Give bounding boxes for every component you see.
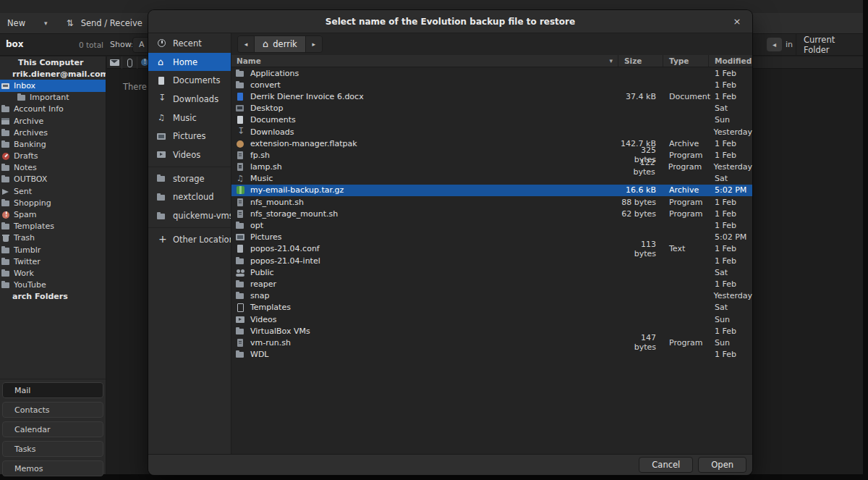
note-icon <box>157 113 166 122</box>
file-row[interactable]: extension-manager.flatpak 142.7 kB Archi… <box>231 138 752 149</box>
clear-search-icon[interactable]: ◂ <box>767 38 782 51</box>
view-switcher: Mail Contacts Calendar Tasks Memos <box>0 379 106 480</box>
send-receive-button[interactable]: ⇅ Send / Receive ▾ <box>67 18 156 28</box>
place-item[interactable]: nextcloud <box>148 188 231 207</box>
file-row[interactable]: WDL 1 Feb <box>231 349 752 361</box>
place-item[interactable]: Home <box>148 53 231 72</box>
mail-folder-row[interactable]: This Computer <box>0 56 106 68</box>
mail-folder-row[interactable]: Sent <box>0 185 106 197</box>
file-row[interactable]: my-email-backup.tar.gz 16.6 kB Archive 5… <box>231 185 752 196</box>
mail-folder-row[interactable]: Notes <box>0 162 106 174</box>
file-modified: 1 Feb <box>709 209 752 219</box>
note-icon <box>236 174 245 183</box>
dialog-titlebar[interactable]: Select name of the Evolution backup file… <box>148 10 752 33</box>
file-row[interactable]: lamp.sh 122 bytes Program Yesterday <box>231 161 752 173</box>
mail-folder-row[interactable]: Archive <box>0 115 106 127</box>
mail-folder-row[interactable]: arch Folders <box>0 291 106 303</box>
switcher-button[interactable]: Mail <box>2 382 103 398</box>
file-row[interactable]: popos-21.04-intel 1 Feb <box>231 255 752 266</box>
mail-folder-row[interactable]: Shopping <box>0 197 106 209</box>
file-row[interactable]: Applications 1 Feb <box>231 67 752 79</box>
place-item[interactable]: Recent <box>148 34 231 53</box>
place-item[interactable]: quickemu-vms <box>148 206 231 225</box>
file-row[interactable]: Music Sat <box>231 173 752 185</box>
mail-folder-row[interactable]: Templates <box>0 221 106 232</box>
mail-folder-row[interactable]: Important <box>0 92 106 104</box>
mail-folder-row[interactable]: rrik.diener@mail.com <box>0 68 106 80</box>
mail-folder-label: arch Folders <box>12 292 68 301</box>
mail-folder-row[interactable]: OUTBOX <box>0 174 106 185</box>
file-row[interactable]: Templates Sat <box>231 302 752 313</box>
mail-folder-row[interactable]: YouTube <box>0 279 106 291</box>
mail-folder-row[interactable]: Trash <box>0 232 106 244</box>
mail-folder-label: Banking <box>14 140 46 149</box>
file-row[interactable]: Documents Sun <box>231 114 752 126</box>
place-item[interactable]: storage <box>148 169 231 188</box>
sidebar-separator <box>148 167 231 167</box>
file-row[interactable]: snap Yesterday <box>231 290 752 302</box>
modified-column-header[interactable]: Modified <box>709 55 752 67</box>
home-icon: ⌂ <box>263 40 268 49</box>
file-row[interactable]: convert 1 Feb <box>231 79 752 90</box>
back-button[interactable]: ◂ <box>238 36 254 52</box>
forward-button[interactable]: ▸ <box>306 36 322 52</box>
mail-folder-row[interactable]: Banking <box>0 138 106 150</box>
mail-folder-row[interactable]: Twitter <box>0 256 106 267</box>
current-location-button[interactable]: ⌂ derrik <box>254 36 306 52</box>
file-row[interactable]: Downloads Yesterday <box>231 126 752 138</box>
type-column-header[interactable]: Type <box>663 55 709 67</box>
file-row[interactable]: Public Sat <box>231 266 752 278</box>
search-scope-dropdown[interactable]: Current Folder <box>796 34 863 55</box>
mail-folder-row[interactable]: Work <box>0 267 106 279</box>
switcher-button[interactable]: Tasks <box>2 441 103 457</box>
file-row[interactable]: fp.sh 325 bytes Program 1 Feb <box>231 149 752 161</box>
file-row[interactable]: nfs_mount.sh 88 bytes Program 1 Feb <box>231 196 752 208</box>
open-button[interactable]: Open <box>698 457 746 473</box>
down-icon <box>236 127 245 137</box>
mail-folder-row[interactable]: Inbox <box>0 80 106 91</box>
tmpl-icon <box>236 303 245 312</box>
switcher-button[interactable]: Calendar <box>2 421 103 437</box>
place-item[interactable]: Downloads <box>148 90 231 109</box>
people-icon <box>236 268 245 277</box>
file-size: 16.6 kB <box>618 185 663 195</box>
file-row[interactable]: Pictures 5:02 PM <box>231 232 752 243</box>
file-row[interactable]: nfs_storage_mount.sh 62 bytes Program 1 … <box>231 208 752 219</box>
place-item[interactable]: Pictures <box>148 127 231 146</box>
place-label: Videos <box>173 150 200 160</box>
place-item[interactable]: Videos <box>148 146 231 164</box>
name-column-header[interactable]: Name ▾ <box>231 55 618 67</box>
place-item[interactable]: Music <box>148 109 231 127</box>
file-row[interactable]: reaper 1 Feb <box>231 278 752 290</box>
mail-folder-row[interactable]: Archives <box>0 127 106 138</box>
mail-folder-row[interactable]: Spam <box>0 209 106 220</box>
size-column-header[interactable]: Size <box>618 55 663 67</box>
file-row[interactable]: vm-run.sh 147 bytes Program Sun <box>231 337 752 348</box>
mail-folder-row[interactable]: Drafts <box>0 151 106 162</box>
file-modified: Sat <box>709 104 752 113</box>
switcher-button[interactable]: Contacts <box>2 402 103 418</box>
cancel-button[interactable]: Cancel <box>639 457 693 473</box>
other-locations-item[interactable]: Other Locations <box>148 230 231 249</box>
folder-icon <box>1 104 11 114</box>
folder-icon <box>157 174 166 183</box>
new-button[interactable]: New ▾ <box>7 18 48 28</box>
file-type: Text <box>663 244 709 253</box>
file-row[interactable]: popos-21.04.conf 113 bytes Text 1 Feb <box>231 243 752 255</box>
attachment-column-header[interactable] <box>122 56 137 69</box>
send-receive-label: Send / Receive <box>81 18 142 28</box>
file-row[interactable]: Desktop Sat <box>231 103 752 114</box>
mail-folder-row[interactable]: Account Info <box>0 104 106 115</box>
file-row[interactable]: Derrik Diener Invoice 6.docx 37.4 kB Doc… <box>231 90 752 102</box>
file-name: Pictures <box>250 232 282 242</box>
file-row[interactable]: VirtualBox VMs 1 Feb <box>231 325 752 337</box>
sidebar-separator <box>148 227 231 228</box>
switcher-button[interactable]: Memos <box>2 460 103 476</box>
script-icon <box>236 162 245 172</box>
close-icon[interactable]: × <box>729 10 745 33</box>
place-item[interactable]: Documents <box>148 71 231 90</box>
file-row[interactable]: Videos Sun <box>231 313 752 325</box>
status-column-header[interactable] <box>107 56 122 69</box>
file-row[interactable]: opt 1 Feb <box>231 219 752 231</box>
mail-folder-row[interactable]: Tumblr <box>0 244 106 256</box>
